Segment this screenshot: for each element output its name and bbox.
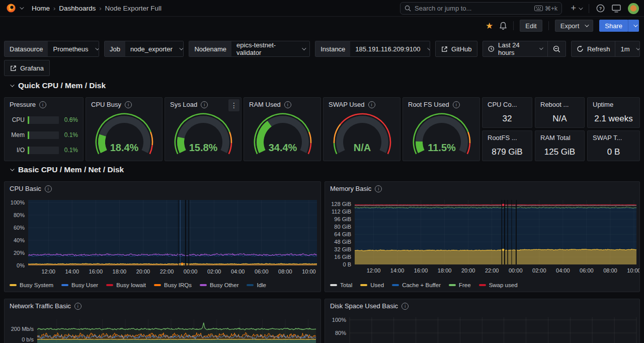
help-button[interactable]: ?	[596, 4, 605, 13]
svg-text:04:00: 04:00	[231, 268, 245, 275]
share-button[interactable]: Share	[599, 20, 628, 32]
pressure-row-value: 0.1%	[62, 131, 78, 139]
panel-title[interactable]: RAM Total	[540, 134, 571, 142]
svg-text:80 GiB: 80 GiB	[334, 224, 351, 230]
panel-title[interactable]: SWAP Used	[329, 101, 365, 108]
svg-text:128 GiB: 128 GiB	[331, 201, 351, 207]
info-icon[interactable]: i	[39, 101, 46, 108]
legend-item[interactable]: Idle	[247, 282, 266, 288]
stat-value: 32	[482, 114, 532, 124]
panel-title[interactable]: Memory Basic	[330, 185, 371, 192]
panel-title[interactable]: Root FS Used	[408, 101, 449, 108]
legend-item[interactable]: Busy User	[61, 282, 98, 288]
chart-legend: Busy SystemBusy UserBusy IowaitBusy IRQs…	[10, 282, 317, 288]
panel-title[interactable]: RootFS ...	[488, 134, 517, 142]
breadcrumb-dashboards[interactable]: Dashboards	[57, 5, 98, 12]
panel-title[interactable]: SWAP T...	[593, 134, 622, 142]
svg-text:08:00: 08:00	[278, 268, 292, 275]
legend-item[interactable]: Busy Iowait	[106, 282, 146, 288]
info-icon[interactable]: i	[375, 185, 382, 192]
org-switcher-chevron-icon[interactable]	[20, 5, 24, 9]
search-input[interactable]: Search or jump to... ⌘+k	[400, 2, 562, 15]
section-quick-cpu-mem-disk[interactable]: Quick CPU / Mem / Disk	[9, 81, 106, 90]
panel-cpu-basic: CPU Basici 100%80%60%40%20%0%12:0014:001…	[4, 181, 321, 292]
divider	[589, 4, 589, 13]
grafana-logo[interactable]	[6, 3, 16, 13]
variable-value-dropdown[interactable]: node_exporter	[125, 41, 184, 56]
chevron-down-icon	[179, 46, 183, 50]
cpu-basic-chart[interactable]: 100%80%60%40%20%0%12:0014:0016:0018:0020…	[5, 196, 320, 277]
alert-bell-button[interactable]	[499, 22, 507, 30]
svg-text:14:00: 14:00	[390, 267, 405, 273]
panel-title[interactable]: Disk Space Used Basic	[330, 302, 398, 310]
refresh-icon	[577, 45, 584, 52]
legend-item[interactable]: Swap used	[479, 282, 518, 288]
info-icon[interactable]: i	[45, 185, 52, 192]
panel-title[interactable]: Reboot ...	[540, 101, 569, 108]
legend-item[interactable]: Cache + Buffer	[392, 282, 441, 288]
svg-text:80%: 80%	[14, 212, 25, 218]
legend-item[interactable]: Busy System	[10, 282, 53, 288]
panel-title[interactable]: CPU Co...	[488, 101, 517, 108]
panel-disk-space-used-basic: Disk Space Used Basici 100%80%	[325, 299, 640, 343]
edit-button[interactable]: Edit	[520, 20, 542, 32]
breadcrumb-home[interactable]: Home	[30, 5, 52, 12]
svg-text:100%: 100%	[332, 317, 346, 323]
chevron-down-icon	[302, 46, 306, 50]
refresh-button[interactable]: Refresh	[572, 41, 615, 56]
legend-item[interactable]: Free	[449, 282, 471, 288]
panel-menu-kebab-icon[interactable]: ⋮	[228, 99, 239, 111]
network-traffic-basic-chart[interactable]: 200 Mb/s0 b/s	[5, 313, 320, 343]
memory-basic-chart[interactable]: 128 GiB112 GiB96 GiB80 GiB64 GiB48 GiB32…	[326, 196, 639, 277]
news-button[interactable]	[612, 5, 621, 13]
panel-uptime: Uptime 2.1 weeks	[587, 97, 640, 128]
legend-item[interactable]: Busy IRQs	[154, 282, 192, 288]
time-range-picker[interactable]: Last 24 hours	[483, 41, 547, 56]
user-avatar[interactable]	[628, 3, 639, 14]
svg-text:100%: 100%	[11, 199, 25, 205]
svg-text:64 GiB: 64 GiB	[334, 231, 351, 237]
panel-title[interactable]: Uptime	[593, 101, 613, 108]
info-icon[interactable]: i	[453, 101, 460, 108]
panel-title[interactable]: CPU Basic	[10, 185, 41, 192]
legend-swatch	[200, 284, 207, 286]
section-basic-cpu-mem-net-disk[interactable]: Basic CPU / Mem / Net / Disk	[9, 165, 124, 174]
monitor-icon	[612, 5, 621, 13]
pressure-bar-gauge	[28, 131, 59, 139]
favorite-star-button[interactable]: ★	[486, 21, 493, 31]
export-button[interactable]: Export	[555, 20, 594, 32]
svg-text:16 GiB: 16 GiB	[334, 254, 351, 260]
info-icon[interactable]: i	[401, 303, 409, 310]
disk-space-used-basic-chart[interactable]: 100%80%	[326, 313, 639, 343]
panel-title[interactable]: Pressure	[10, 101, 36, 108]
panel-title[interactable]: Network Traffic Basic	[10, 302, 71, 310]
svg-text:?: ?	[599, 6, 602, 11]
search-icon	[405, 5, 411, 12]
stat-value: 879 GiB	[482, 147, 532, 157]
panel-title[interactable]: RAM Used	[249, 101, 281, 108]
info-icon[interactable]: i	[368, 101, 375, 108]
refresh-interval-dropdown[interactable]: 1m	[615, 41, 640, 56]
variable-value-dropdown[interactable]: Prometheus	[48, 41, 99, 56]
chart-legend: TotalUsedCache + BufferFreeSwap used	[330, 282, 636, 288]
breadcrumb-current: Node Exporter Full	[103, 5, 164, 12]
github-link-button[interactable]: GitHub	[435, 41, 477, 57]
legend-item[interactable]: Total	[330, 282, 352, 288]
variable-label: Nodename	[189, 41, 231, 56]
new-button[interactable]: +	[571, 3, 582, 14]
info-icon[interactable]: i	[201, 101, 208, 108]
info-icon[interactable]: i	[284, 101, 291, 108]
variable-value-dropdown[interactable]: epics-testnet-validator	[231, 41, 309, 56]
zoom-out-time-button[interactable]	[547, 41, 566, 56]
grafana-link-button[interactable]: Grafana	[4, 60, 50, 76]
panel-title[interactable]: CPU Busy	[91, 101, 121, 108]
info-icon[interactable]: i	[74, 303, 82, 310]
svg-text:00:00: 00:00	[509, 267, 523, 273]
panel-title[interactable]: Sys Load	[170, 101, 197, 108]
legend-swatch	[449, 284, 456, 286]
variable-value-dropdown[interactable]: 185.191.116.209:9100	[350, 41, 430, 56]
legend-item[interactable]: Busy Other	[200, 282, 239, 288]
legend-item[interactable]: Used	[360, 282, 384, 288]
share-menu-button[interactable]	[628, 20, 639, 32]
info-icon[interactable]: i	[125, 101, 132, 108]
